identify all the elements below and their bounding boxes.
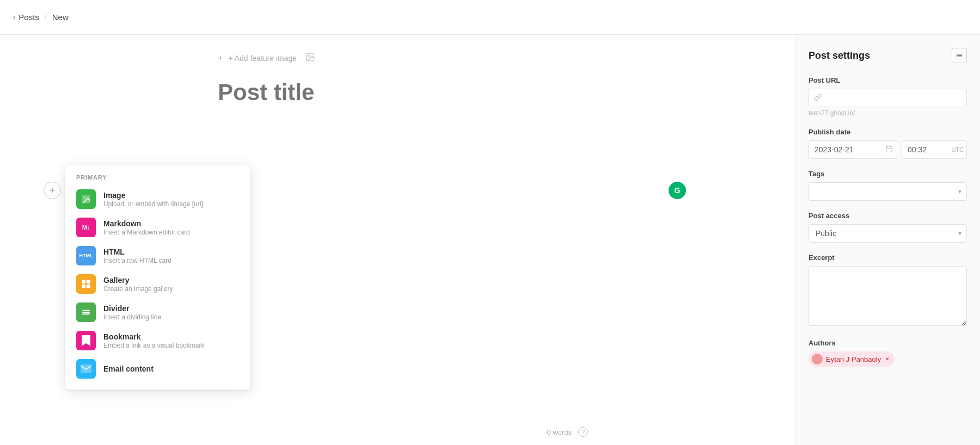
post-url-input[interactable] [808, 89, 967, 107]
bookmark-card-icon [76, 331, 96, 350]
image-card-desc: Upload, or embed with /image [url] [103, 200, 203, 208]
divider-card-icon [76, 302, 96, 322]
image-card-title: Image [103, 191, 203, 200]
post-url-label: Post URL [808, 76, 967, 84]
gallery-card-text: Gallery Create an image gallery [103, 276, 173, 293]
publish-date-label: Publish date [808, 128, 967, 136]
markdown-card-desc: Insert a Markdown editor card [103, 228, 190, 236]
right-sidebar: Post settings Post URL test-2 [795, 35, 980, 445]
email-card-text: Email content [103, 364, 154, 374]
nav-separator: / [45, 13, 47, 22]
help-icon[interactable]: ? [578, 427, 588, 437]
sidebar-close-button[interactable] [952, 48, 967, 63]
svg-rect-13 [957, 55, 961, 56]
post-url-hint: test-27.ghost.io/ [808, 109, 967, 117]
date-input-wrapper [808, 140, 897, 159]
image-card-text: Image Upload, or embed with /image [url] [103, 191, 203, 208]
card-item-html[interactable]: HTML HTML Insert a raw HTML card [65, 242, 250, 270]
upload-icon [305, 52, 315, 64]
sidebar-header: Post settings [808, 48, 967, 63]
excerpt-field: Excerpt [808, 254, 967, 328]
author-name: Eytan J Panbaoly [826, 355, 881, 363]
editor-area: + + Add feature image + G [0, 35, 795, 445]
utc-badge: UTC [951, 146, 964, 153]
tags-field: Tags ▾ [808, 170, 967, 201]
author-remove-button[interactable]: × [885, 355, 889, 363]
back-link[interactable]: ‹ Posts [13, 13, 39, 22]
publish-date-field: Publish date UTC [808, 128, 967, 159]
html-card-icon: HTML [76, 246, 96, 265]
excerpt-textarea[interactable] [808, 266, 967, 326]
link-icon [814, 94, 822, 103]
card-item-markdown[interactable]: M↓ Markdown Insert a Markdown editor car… [65, 213, 250, 242]
post-access-label: Post access [808, 212, 967, 220]
plus-icon: + [218, 53, 223, 63]
grammarly-icon[interactable]: G [669, 182, 686, 199]
post-url-input-wrapper [808, 89, 967, 107]
card-item-bookmark[interactable]: Bookmark Embed a link as a visual bookma… [65, 326, 250, 355]
divider-card-text: Divider Insert a dividing line [103, 304, 161, 321]
svg-rect-4 [82, 280, 86, 284]
divider-card-desc: Insert a dividing line [103, 313, 161, 321]
date-time-row: UTC [808, 140, 967, 159]
bottom-bar: 0 words ? [0, 419, 610, 445]
add-feature-image-btn[interactable]: + + Add feature image [218, 52, 577, 64]
svg-rect-7 [87, 285, 90, 288]
nav-current-label: New [52, 13, 69, 22]
calendar-icon [885, 145, 893, 154]
main-layout: + + Add feature image + G [0, 35, 980, 445]
tags-label: Tags [808, 170, 967, 178]
markdown-card-icon: M↓ [76, 218, 96, 237]
back-chevron-icon: ‹ [13, 13, 15, 21]
html-card-desc: Insert a raw HTML card [103, 257, 171, 264]
card-item-gallery[interactable]: Gallery Create an image gallery [65, 270, 250, 298]
card-picker-section-label: PRIMARY [65, 172, 250, 183]
sidebar-title: Post settings [808, 50, 870, 61]
svg-point-1 [308, 55, 309, 56]
gallery-card-icon [76, 274, 96, 294]
image-card-icon [76, 189, 96, 209]
card-item-divider[interactable]: Divider Insert a dividing line [65, 298, 250, 326]
add-card-button[interactable]: + [44, 182, 61, 199]
author-tag: Eytan J Panbaoly × [808, 351, 895, 367]
post-access-select-wrapper: Public Members only Paid members only ▾ [808, 224, 967, 243]
tags-select[interactable] [808, 182, 967, 201]
post-url-field: Post URL test-27.ghost.io/ [808, 76, 967, 117]
card-item-image[interactable]: Image Upload, or embed with /image [url] [65, 185, 250, 213]
back-label: Posts [19, 13, 39, 22]
top-nav: ‹ Posts / New [0, 0, 980, 35]
svg-rect-11 [81, 364, 91, 373]
divider-card-title: Divider [103, 304, 161, 313]
gallery-card-title: Gallery [103, 276, 173, 285]
plus-icon: + [50, 185, 56, 196]
bookmark-card-desc: Embed a link as a visual bookmark [103, 342, 204, 349]
svg-rect-6 [82, 285, 86, 288]
markdown-card-title: Markdown [103, 219, 190, 228]
author-avatar [812, 354, 823, 364]
bookmark-card-text: Bookmark Embed a link as a visual bookma… [103, 332, 204, 349]
date-input[interactable] [808, 140, 897, 159]
excerpt-label: Excerpt [808, 254, 967, 262]
authors-label: Authors [808, 339, 967, 347]
card-item-email[interactable]: Email content [65, 355, 250, 383]
html-card-text: HTML Insert a raw HTML card [103, 248, 171, 264]
tags-select-wrapper: ▾ [808, 182, 967, 201]
post-title-input[interactable] [218, 79, 577, 106]
authors-field: Authors Eytan J Panbaoly × [808, 339, 967, 367]
post-access-field: Post access Public Members only Paid mem… [808, 212, 967, 243]
svg-rect-5 [87, 280, 90, 284]
email-card-title: Email content [103, 364, 154, 373]
html-card-title: HTML [103, 248, 171, 256]
bookmark-card-title: Bookmark [103, 332, 204, 341]
word-count: 0 words [547, 428, 572, 436]
time-input-wrapper: UTC [902, 140, 967, 159]
email-card-icon [76, 359, 96, 379]
gallery-card-desc: Create an image gallery [103, 285, 173, 293]
add-feature-image-label: + Add feature image [228, 54, 297, 63]
markdown-card-text: Markdown Insert a Markdown editor card [103, 219, 190, 236]
svg-point-3 [84, 197, 85, 199]
editor-inner: + + Add feature image [196, 35, 599, 137]
svg-rect-14 [886, 146, 892, 152]
card-picker-dropdown: PRIMARY Image Upload, or embed with /ima… [65, 165, 250, 390]
post-access-select[interactable]: Public Members only Paid members only [808, 224, 967, 243]
